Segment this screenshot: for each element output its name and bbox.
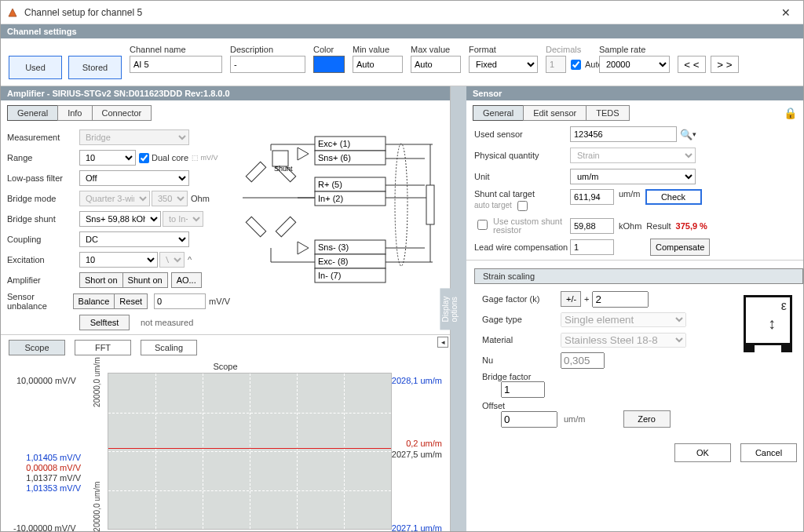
description-input[interactable] (230, 56, 305, 73)
collapse-scope-button[interactable]: ◂ (437, 337, 448, 348)
lock-icon[interactable]: 🔒 (784, 107, 797, 119)
svg-text:Sns- (3): Sns- (3) (318, 242, 349, 252)
bridge-factor-input[interactable] (501, 381, 545, 398)
scope-left-val-2: 1,01377 mV/V (13, 473, 81, 483)
tab-amp-connector[interactable]: Connector (92, 105, 152, 121)
description-label: Description (230, 45, 305, 54)
next-channel-button[interactable]: > > (711, 56, 739, 73)
tab-scope[interactable]: Scope (9, 340, 65, 355)
svg-rect-18 (276, 217, 295, 236)
gage-type-select: Single element (561, 312, 686, 327)
gage-type-label: Gage type (482, 315, 561, 324)
nu-input (561, 352, 605, 369)
chevron-down-icon[interactable]: ▾ (693, 130, 696, 138)
custom-shunt-checkbox[interactable] (477, 220, 488, 230)
sensor-form: Used sensor 🔍 ▾ Physical quantity Strain… (466, 121, 803, 260)
measurement-select: Bridge (79, 129, 189, 145)
splitter[interactable]: Display options (451, 86, 466, 531)
strain-scaling-header[interactable]: Strain scaling (474, 268, 803, 284)
auto-target-checkbox[interactable] (517, 201, 528, 211)
reset-button[interactable]: Reset (114, 293, 148, 309)
check-button[interactable]: Check (645, 189, 702, 205)
window-title: Channel setup for channel 5 (24, 7, 775, 18)
phys-qty-label: Physical quantity (474, 151, 570, 160)
phys-qty-select: Strain (570, 148, 696, 163)
lead-comp-input[interactable] (570, 239, 614, 255)
scope-trace (108, 448, 391, 449)
decimals-input[interactable] (546, 56, 566, 73)
tab-fft[interactable]: FFT (75, 340, 131, 355)
scope-right-top: 2028,1 um/m (392, 376, 442, 385)
dual-core-checkbox[interactable] (139, 153, 149, 163)
shunt-target-unit: um/m (619, 189, 641, 199)
scope-plot[interactable] (108, 373, 392, 530)
shunt-on-button[interactable]: Shunt on (122, 272, 168, 288)
compensate-button[interactable]: Compensate (650, 239, 710, 256)
custom-shunt-label: Use custom shunt resistor (474, 217, 570, 235)
balance-button[interactable]: Balance (73, 293, 115, 309)
shunt-target-input[interactable] (570, 189, 614, 205)
sign-label: + (584, 294, 589, 304)
amplifier-header: Amplifier - SIRIUS-STGv2 SN:D011623DDD R… (1, 86, 450, 100)
prev-channel-button[interactable]: < < (678, 56, 706, 73)
tab-sensor-general[interactable]: General (473, 105, 524, 121)
bridge-shunt-label: Bridge shunt (7, 214, 79, 224)
svg-text:In+ (2): In+ (2) (318, 194, 343, 203)
max-value-input[interactable] (411, 56, 461, 73)
range-select[interactable]: 10 (79, 150, 136, 166)
ok-button[interactable]: OK (674, 443, 731, 462)
excitation-select[interactable]: 10 (79, 252, 158, 268)
stored-button[interactable]: Stored (68, 56, 122, 79)
zero-button[interactable]: Zero (623, 410, 671, 428)
auto-decimals-checkbox[interactable] (571, 60, 581, 70)
tab-sensor-teds[interactable]: TEDS (586, 105, 629, 121)
channel-name-label: Channel name (130, 45, 222, 54)
lpf-label: Low-pass filter (7, 173, 79, 183)
short-on-button[interactable]: Short on (79, 272, 123, 288)
bridge-shunt-select[interactable]: Sns+ 59,88 kOhm (79, 211, 161, 227)
color-swatch[interactable] (313, 56, 345, 73)
tab-sensor-edit[interactable]: Edit sensor (523, 105, 587, 121)
scope-y-bot: -10,00000 mV/V (13, 523, 76, 532)
format-select[interactable]: Fixed (469, 56, 538, 73)
unit-select[interactable]: um/m (570, 169, 696, 184)
dual-core-label: Dual core (152, 153, 188, 162)
coupling-select[interactable]: DC (79, 231, 189, 247)
offset-input[interactable] (501, 411, 557, 428)
used-button[interactable]: Used (9, 56, 62, 79)
strain-gage-icon: ε ↕ (744, 295, 792, 345)
svg-text:R+ (5): R+ (5) (318, 180, 342, 189)
strain-scaling-body: Gage factor (k) +/- + Gage type Single e… (466, 287, 803, 437)
selftest-status: not measured (141, 318, 193, 327)
close-icon[interactable]: ✕ (775, 6, 797, 19)
offset-label: Offset (482, 401, 561, 410)
svg-text:Exc- (8): Exc- (8) (318, 257, 349, 266)
range-unit-label: ⬚ mV/V (192, 154, 218, 162)
tab-amp-info[interactable]: Info (57, 105, 92, 121)
scope-axis2-top: 20000,0 um/m (93, 357, 101, 407)
selftest-button[interactable]: Selftest (79, 315, 130, 330)
unbalance-value[interactable] (154, 293, 206, 309)
cancel-button[interactable]: Cancel (740, 443, 797, 462)
tab-scaling[interactable]: Scaling (141, 340, 197, 355)
used-sensor-input[interactable] (570, 126, 677, 142)
sample-rate-select[interactable]: 20000 (599, 56, 670, 73)
lpf-select[interactable]: Off (79, 170, 189, 186)
min-value-input[interactable] (353, 56, 403, 73)
excitation-extra: ^ (188, 255, 192, 264)
bridge-mode-select: Quarter 3-wire (79, 191, 150, 206)
channel-settings-header: Channel settings (1, 24, 803, 38)
lead-comp-label: Lead wire compensation (474, 242, 570, 252)
display-options-toggle[interactable]: Display options (440, 288, 461, 330)
search-icon[interactable]: 🔍 (680, 129, 693, 140)
gage-k-input[interactable] (592, 291, 649, 308)
channel-name-input[interactable] (130, 56, 222, 73)
bridge-res-select: 350 (152, 191, 188, 206)
unit-label: Unit (474, 172, 570, 181)
tab-amp-general[interactable]: General (7, 105, 58, 121)
amplifier-form: Measurement Bridge Range 10 Dual core ⬚ … (1, 124, 236, 334)
sign-toggle-button[interactable]: +/- (561, 291, 581, 307)
ao-button[interactable]: AO... (171, 272, 202, 288)
gage-k-label: Gage factor (k) (482, 294, 561, 304)
scope-y-top: 10,00000 mV/V (16, 376, 76, 385)
